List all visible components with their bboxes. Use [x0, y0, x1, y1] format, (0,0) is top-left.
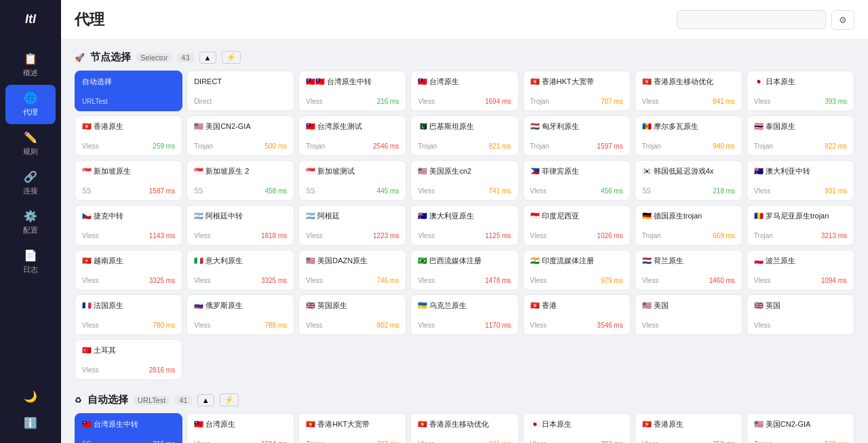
proxy-card[interactable]: 🇺🇸 美国Vless — [635, 294, 743, 335]
proxy-card[interactable]: 🇧🇷 巴西流媒体注册Vless1478 ms — [410, 250, 518, 290]
proxy-card[interactable]: 🇵🇭 菲律宾原生Vless456 ms — [523, 160, 631, 201]
proxy-card[interactable]: 🇭🇰 香港原生Vless259 ms — [75, 115, 182, 156]
proxy-card[interactable]: 🇸🇬 新加坡原生 2SS458 ms — [186, 160, 294, 201]
proxy-flag: 🇭🇰 — [530, 77, 540, 86]
proxy-type: SS — [306, 187, 315, 195]
proxy-card[interactable]: 🇹🇼 台湾原生Vless1694 ms — [410, 71, 518, 111]
proxy-card[interactable]: 🇮🇹 意大利原生Vless3325 ms — [186, 250, 294, 290]
sidebar-item-theme[interactable]: 🌙 — [24, 383, 37, 410]
proxy-card[interactable]: 🇸🇬 新加坡测试SS445 ms — [298, 160, 406, 201]
page-title: 代理 — [75, 9, 104, 30]
proxy-card[interactable]: 🇭🇰 香港HKT大宽带Trojan707 ms — [523, 71, 631, 111]
proxy-card-name: 🇵🇰 巴基斯坦原生 — [418, 121, 511, 131]
sidebar-item-rules[interactable]: ✏️ 规则 — [0, 124, 61, 163]
proxy-latency: 802 ms — [377, 322, 399, 329]
proxy-card[interactable]: 🇹🇼 台湾原生Vless1694 ms — [186, 413, 294, 443]
sidebar-item-overview[interactable]: 📋 概述 — [0, 45, 61, 85]
proxy-type: Vless — [642, 277, 658, 284]
proxy-type: Vless — [82, 142, 98, 150]
proxy-card-name: 🇮🇳 印度流媒体注册 — [530, 256, 623, 265]
proxy-latency: 3213 ms — [821, 232, 847, 239]
section1-up-btn[interactable]: ▲ — [199, 52, 216, 64]
proxy-card[interactable]: 🇬🇧 英国Vless — [747, 294, 854, 335]
proxy-type: Vless — [530, 277, 547, 284]
proxy-card-name: 🇨🇿 捷克中转 — [82, 211, 175, 220]
proxy-card[interactable]: 🇵🇰 巴基斯坦原生Trojan821 ms — [410, 115, 518, 156]
proxy-card[interactable]: 🇺🇸 美国DAZN原生Vless746 ms — [298, 250, 406, 290]
section1-grid: 自动选择URLTestDIRECTDirect🇹🇼🇹🇼 台湾原生中转Vless2… — [75, 71, 854, 380]
proxy-card[interactable]: 🇭🇰 香港原生Vless259 ms — [635, 413, 743, 443]
proxy-type: Vless — [754, 277, 770, 284]
proxy-card[interactable]: 🇮🇳 印度流媒体注册Vless979 ms — [523, 250, 631, 290]
proxy-type: Vless — [82, 232, 98, 239]
proxy-type: Vless — [754, 187, 770, 195]
proxy-card[interactable]: 自动选择URLTest — [75, 71, 182, 111]
proxy-card[interactable]: 🇺🇸 美国CN2-GIATrojan500 ms — [747, 413, 854, 443]
proxy-latency: 445 ms — [377, 187, 399, 195]
proxy-card[interactable]: 🇬🇧 英国原生Vless802 ms — [298, 294, 406, 335]
proxy-flag: 🇹🇼 — [418, 77, 427, 86]
proxy-card[interactable]: 🇯🇵 日本原生Vless393 ms — [523, 413, 631, 443]
proxy-card[interactable]: 🇭🇰 香港原生移动优化Vless841 ms — [635, 71, 743, 111]
proxy-card[interactable]: DIRECTDirect — [186, 71, 294, 111]
proxy-card[interactable]: 🇺🇦 乌克兰原生Vless1170 ms — [410, 294, 518, 335]
proxy-type: Trojan — [530, 98, 549, 105]
proxy-latency: 259 ms — [153, 142, 175, 150]
proxy-latency: 1170 ms — [485, 322, 511, 329]
section2-up-btn[interactable]: ▲ — [197, 394, 214, 406]
proxy-card[interactable]: 🇦🇷 阿根廷中转Vless1818 ms — [186, 205, 294, 246]
proxy-icon: 🌐 — [24, 92, 37, 104]
proxy-card[interactable]: 🇭🇺 匈牙利原生Trojan1597 ms — [523, 115, 631, 156]
proxy-card-name: 🇵🇱 波兰原生 — [754, 256, 847, 265]
proxy-card[interactable]: 🇯🇵 日本原生Vless393 ms — [747, 71, 854, 111]
proxy-card[interactable]: 🇫🇷 法国原生Vless780 ms — [75, 294, 182, 335]
proxy-card[interactable]: 🇹🇼 台湾原生测试Trojan2546 ms — [298, 115, 406, 156]
proxy-card[interactable]: 🇸🇬 新加坡原生SS1587 ms — [75, 160, 182, 201]
section1-refresh-btn[interactable]: ⚡ — [222, 51, 241, 64]
proxy-card[interactable]: 🇲🇩 摩尔多瓦原生Trojan940 ms — [635, 115, 743, 156]
theme-icon: 🌙 — [24, 390, 37, 403]
proxy-card[interactable]: 🇵🇱 波兰原生Vless1094 ms — [747, 250, 854, 290]
sidebar-item-connect[interactable]: 🔗 连接 — [0, 163, 61, 203]
proxy-type: Vless — [306, 232, 322, 239]
proxy-type: Vless — [306, 98, 322, 105]
proxy-card[interactable]: 🇹🇷 土耳其Vless2816 ms — [75, 339, 182, 380]
overview-icon: 📋 — [24, 52, 37, 65]
proxy-latency: 456 ms — [601, 187, 623, 195]
proxy-card[interactable]: 🇺🇸 美国CN2-GIATrojan500 ms — [186, 115, 294, 156]
proxy-card[interactable]: 🇹🇼🇹🇼 台湾原生中转Vless216 ms — [298, 71, 406, 111]
filter-button[interactable]: ⚙ — [831, 10, 854, 30]
proxy-type: Vless — [530, 440, 547, 443]
search-input[interactable] — [677, 10, 826, 29]
proxy-card[interactable]: 🇩🇪 德国原生trojanTrojan669 ms — [635, 205, 743, 246]
sidebar-item-config[interactable]: ⚙️ 配置 — [0, 203, 61, 242]
proxy-card-name: 🇭🇰 香港原生 — [642, 419, 735, 429]
proxy-card[interactable]: 🇭🇰 香港HKT大宽带Trojan707 ms — [298, 413, 406, 443]
proxy-latency: 821 ms — [489, 142, 511, 150]
proxy-card[interactable]: 🇭🇰 香港Vless3546 ms — [523, 294, 631, 335]
sidebar-item-info[interactable]: ℹ️ — [24, 410, 37, 436]
proxy-card[interactable]: 🇦🇺 澳大利亚中转Vless931 ms — [747, 160, 854, 201]
proxy-card[interactable]: 🇨🇿 捷克中转Vless1143 ms — [75, 205, 182, 246]
proxy-card[interactable]: 🇹🇼 台湾原生中转SS216 ms — [75, 413, 182, 443]
proxy-latency: 3325 ms — [149, 277, 175, 284]
section2-refresh-btn[interactable]: ⚡ — [220, 393, 239, 406]
proxy-card[interactable]: 🇹🇭 泰国原生Trojan822 ms — [747, 115, 854, 156]
sidebar-item-logs[interactable]: 📄 日志 — [0, 242, 61, 282]
proxy-card[interactable]: 🇦🇺 澳大利亚原生Vless1125 ms — [410, 205, 518, 246]
proxy-card[interactable]: 🇷🇴 罗马尼亚原生trojanTrojan3213 ms — [747, 205, 854, 246]
info-icon: ℹ️ — [24, 417, 37, 429]
proxy-card-name: 🇸🇬 新加坡测试 — [306, 166, 399, 176]
proxy-card[interactable]: 🇮🇩 印度尼西亚Vless1026 ms — [523, 205, 631, 246]
header-controls: ⚙ — [677, 10, 854, 30]
proxy-card-name: 🇹🇼 台湾原生中转 — [82, 419, 175, 429]
proxy-card[interactable]: 🇷🇺 俄罗斯原生Vless788 ms — [186, 294, 294, 335]
proxy-card[interactable]: 🇰🇷 韩国低延迟游戏4xSS218 ms — [635, 160, 743, 201]
proxy-card-name: 🇹🇭 泰国原生 — [754, 121, 847, 131]
proxy-card[interactable]: 🇻🇳 越南原生Vless3325 ms — [75, 250, 182, 290]
proxy-card[interactable]: 🇦🇷 阿根廷Vless1223 ms — [298, 205, 406, 246]
proxy-card[interactable]: 🇳🇱 荷兰原生Vless1460 ms — [635, 250, 743, 290]
proxy-card[interactable]: 🇺🇸 美国原生cn2Vless741 ms — [410, 160, 518, 201]
sidebar-item-proxy[interactable]: 🌐 代理 — [5, 85, 56, 124]
proxy-card[interactable]: 🇭🇰 香港原生移动优化Vless841 ms — [410, 413, 518, 443]
